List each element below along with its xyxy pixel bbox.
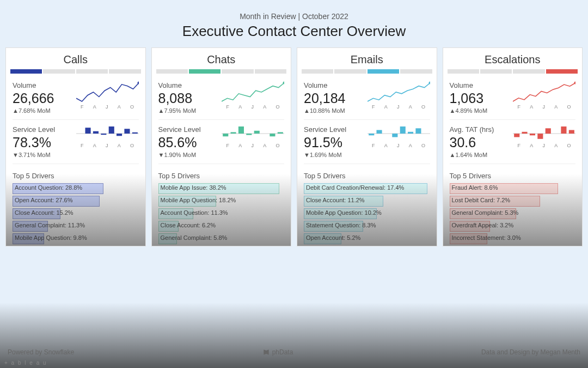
channel-indicator <box>152 69 291 81</box>
driver-row: Open Account: 5.2% <box>304 233 430 244</box>
metric-label: Service Level <box>158 125 218 134</box>
driver-label: Mobile App Question: 10.2% <box>306 209 382 216</box>
driver-row: Overdraft Appeal: 3.2% <box>450 221 576 232</box>
volume-sparkline: FAJAO <box>513 81 575 112</box>
svg-rect-25 <box>392 134 397 137</box>
svg-rect-27 <box>408 132 413 134</box>
svg-rect-13 <box>231 132 236 134</box>
driver-row: General Complaint: 5.3% <box>450 208 576 219</box>
driver-row: General Complaint: 5.8% <box>158 233 285 244</box>
metric-delta: ▲10.88% MoM <box>304 107 363 114</box>
driver-label: Incorrect Statement: 3.0% <box>452 234 521 241</box>
driver-label: Account Question: 11.3% <box>161 209 228 216</box>
driver-row: Debit Card Creation/Renewal: 17.4% <box>304 183 430 194</box>
driver-label: Mobile App Question: 9.8% <box>15 234 87 241</box>
svg-rect-12 <box>223 134 228 136</box>
svg-rect-3 <box>85 128 90 134</box>
driver-row: Fraud Alert: 8.6% <box>450 183 576 194</box>
channel-indicator-segment <box>302 69 333 74</box>
metric-value: 30.6 <box>450 135 509 150</box>
driver-row: Moblie App Issue: 38.2% <box>158 183 285 194</box>
secondary-barspark: FAJAO <box>513 125 575 156</box>
metric-card[interactable]: Chats Volume 8,088 ▲7.95% MoM FAJAO Serv… <box>151 47 292 246</box>
metric-card[interactable]: Calls Volume 26,666 ▲7.68% MoM FAJAO Ser… <box>5 47 146 246</box>
metric-label: Volume <box>13 81 72 89</box>
month-labels: FAJAO <box>513 104 575 110</box>
svg-rect-32 <box>514 134 519 137</box>
volume-sparkline: FAJAO <box>367 81 430 112</box>
channel-indicator-segment <box>255 69 286 74</box>
footer-right: Data and Design by Megan Menth <box>481 348 580 356</box>
metric-value: 20,184 <box>304 91 363 106</box>
month-labels: FAJAO <box>367 104 430 110</box>
volume-sparkline: FAJAO <box>76 81 139 112</box>
metric-value: 1,063 <box>450 91 509 106</box>
card-title: Chats <box>152 48 291 69</box>
channel-indicator-segment <box>546 69 578 74</box>
channel-indicator-segment <box>10 69 42 74</box>
metric-value: 91.5% <box>304 135 363 150</box>
channel-indicator-segment <box>448 69 479 74</box>
svg-rect-6 <box>108 126 114 134</box>
channel-indicator-segment <box>43 69 75 74</box>
metric-card[interactable]: Escalations Volume 1,063 ▲4.89% MoM FAJA… <box>443 47 583 246</box>
driver-label: General Complaint: 5.3% <box>452 209 519 216</box>
month-labels: FAJAO <box>76 143 139 148</box>
svg-rect-35 <box>537 134 543 139</box>
secondary-metric: Avg. TAT (hrs) 30.6 ▲1.64% MoM FAJAO <box>443 125 583 158</box>
month-labels: FAJAO <box>222 143 284 148</box>
driver-label: Lost Debit Card: 7.2% <box>452 197 511 203</box>
svg-rect-34 <box>530 134 535 135</box>
volume-metric: Volume 20,184 ▲10.88% MoM FAJAO <box>297 81 437 114</box>
svg-rect-15 <box>246 134 252 135</box>
drivers-title: Top 5 Drivers <box>443 170 583 183</box>
card-title: Emails <box>297 48 437 69</box>
metric-label: Volume <box>304 81 363 89</box>
channel-indicator-segment <box>513 69 544 74</box>
month-labels: FAJAO <box>222 104 284 110</box>
driver-row: Mobile App Question: 10.2% <box>304 208 430 219</box>
svg-rect-14 <box>238 126 244 134</box>
footer-center: phData <box>262 348 293 356</box>
metric-delta: ▼1.90% MoM <box>158 152 218 158</box>
driver-label: Close Account: 15.2% <box>15 209 74 216</box>
metric-label: Volume <box>158 81 218 89</box>
driver-row: Close Account: 6.2% <box>158 221 285 232</box>
metric-delta: ▲7.95% MoM <box>158 107 218 114</box>
month-labels: FAJAO <box>513 143 575 148</box>
channel-indicator <box>443 69 583 81</box>
drivers-title: Top 5 Drivers <box>6 170 145 183</box>
channel-indicator-segment <box>400 69 432 74</box>
secondary-metric: Service Level 85.6% ▼1.90% MoM FAJAO <box>152 125 291 158</box>
secondary-metric: Service Level 91.5% ▼1.69% MoM FAJAO <box>297 125 437 158</box>
drivers-title: Top 5 Drivers <box>297 170 437 183</box>
header-subtitle: Month in Review | October 2022 <box>0 12 588 21</box>
month-labels: FAJAO <box>367 143 430 148</box>
svg-rect-28 <box>415 128 421 134</box>
driver-row: Account Question: 28.8% <box>13 183 139 194</box>
page-fade <box>0 303 588 368</box>
svg-rect-26 <box>400 126 405 134</box>
metric-card[interactable]: Emails Volume 20,184 ▲10.88% MoM FAJAO S… <box>297 47 437 246</box>
driver-row: Lost Debit Card: 7.2% <box>450 196 576 207</box>
driver-label: Open Account: 27.6% <box>15 197 72 203</box>
secondary-barspark: FAJAO <box>76 125 139 156</box>
volume-sparkline: FAJAO <box>222 81 284 112</box>
driver-label: Moblie App Issue: 38.2% <box>161 184 226 191</box>
svg-rect-39 <box>569 130 574 134</box>
metric-label: Service Level <box>304 125 363 134</box>
month-labels: FAJAO <box>76 104 139 110</box>
driver-label: Overdraft Appeal: 3.2% <box>452 222 514 228</box>
driver-label: Fraud Alert: 8.6% <box>452 184 498 191</box>
svg-rect-18 <box>270 134 275 136</box>
svg-rect-5 <box>101 134 106 135</box>
driver-row: General Complaint: 11.3% <box>13 221 139 232</box>
svg-rect-4 <box>93 131 98 134</box>
channel-indicator-segment <box>189 69 220 74</box>
cards-row: Calls Volume 26,666 ▲7.68% MoM FAJAO Ser… <box>0 47 588 246</box>
volume-metric: Volume 1,063 ▲4.89% MoM FAJAO <box>443 81 583 114</box>
driver-row: Statement Question: 8.3% <box>304 221 430 232</box>
driver-label: Close Account: 11.2% <box>306 197 365 203</box>
svg-rect-22 <box>369 134 374 135</box>
driver-label: Mobile App Question: 18.2% <box>161 197 236 203</box>
